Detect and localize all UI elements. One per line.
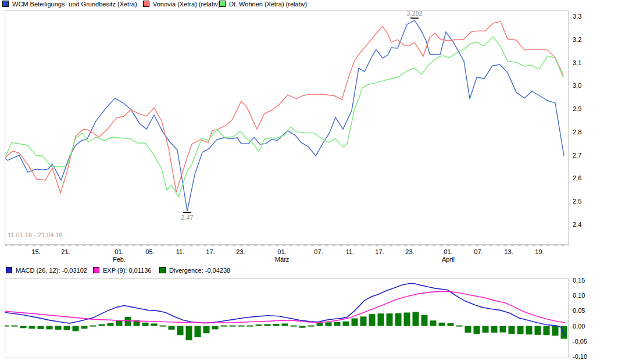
divergence-bar: [282, 323, 288, 326]
macd-legend-label: MACD (26, 12): -0,03102: [16, 267, 87, 274]
x-tick-label: 21.: [61, 248, 70, 256]
divergence-bar: [491, 326, 498, 333]
divergence-bar: [47, 326, 53, 330]
price-y-tick-label: 3,3: [573, 13, 581, 20]
divergence-bar: [421, 315, 428, 326]
macd-y-tick-label: 0,10: [573, 292, 585, 299]
price-legend-swatch-icon: [219, 1, 226, 7]
divergence-bar: [334, 322, 341, 326]
divergence-bar: [317, 323, 323, 326]
macd-legend: MACD (26, 12): -0,03102EXP (9): 0,01136D…: [0, 266, 618, 276]
divergence-bar: [526, 326, 533, 335]
macd-y-tick-label: 0,00: [573, 323, 585, 330]
x-tick-label: 01.März: [275, 248, 289, 263]
macd-y-tick-label: 0,15: [573, 277, 585, 284]
price-y-tick-label: 2,8: [573, 129, 581, 135]
x-tick-label: 19.: [535, 248, 544, 256]
divergence-bar: [439, 323, 445, 326]
divergence-bar: [99, 324, 105, 326]
price-y-tick-label: 3,1: [573, 59, 581, 66]
divergence-bar: [404, 313, 410, 326]
divergence-bar: [265, 324, 271, 326]
price-chart-legend: WCM Beteiligungs- und Grundbesitz (Xetra…: [0, 0, 618, 9]
divergence-bar: [5, 326, 9, 327]
x-tick-month-label: März: [275, 256, 289, 263]
divergence-bar: [291, 326, 297, 327]
divergence-bar: [247, 326, 253, 327]
divergence-bar: [465, 326, 471, 333]
x-tick-label: 13.: [504, 248, 513, 256]
price-y-tick-label: 2,6: [573, 174, 581, 181]
divergence-bar: [20, 326, 27, 329]
divergence-bar: [387, 313, 393, 326]
price-y-tick-label: 2,9: [573, 105, 581, 112]
divergence-bar: [326, 322, 332, 326]
macd-legend-label: Divergence: -0,04238: [169, 267, 230, 274]
x-axis-tick-row: [5, 245, 569, 246]
divergence-bar: [535, 326, 541, 335]
divergence-bar: [343, 322, 349, 326]
price-y-tick-label: 3,0: [573, 82, 581, 89]
divergence-bar: [430, 320, 437, 326]
x-tick-label: 23.: [405, 248, 414, 256]
macd-chart-panel[interactable]: [5, 278, 569, 358]
divergence-bar: [360, 316, 367, 326]
divergence-bar: [116, 320, 123, 326]
price-y-tick-label: 2,7: [573, 152, 581, 159]
divergence-bar: [81, 326, 88, 329]
price-legend-item: Vonovia (Xetra) (relativ): [143, 1, 220, 8]
divergence-bar: [474, 326, 480, 334]
x-tick-label: 07.: [314, 248, 323, 256]
macd-legend-swatch-icon: [159, 267, 166, 273]
x-tick-label: 05.: [145, 248, 154, 256]
divergence-bar: [256, 324, 262, 326]
divergence-bar: [12, 326, 18, 327]
x-tick-label: 07.: [474, 248, 483, 256]
macd-legend-label: EXP (9): 0,01136: [103, 267, 151, 274]
divergence-bar: [177, 326, 184, 336]
divergence-bar: [38, 326, 44, 329]
price-chart-plot: 3,2822,47: [5, 11, 568, 244]
divergence-bar: [221, 326, 227, 327]
divergence-bar: [186, 326, 192, 341]
x-tick-label: 23.: [236, 248, 245, 256]
divergence-bar: [456, 326, 463, 327]
divergence-bar: [212, 326, 219, 330]
stock-chart-widget: WCM Beteiligungs- und Grundbesitz (Xetra…: [0, 0, 618, 364]
price-series-line: [5, 37, 563, 197]
divergence-bar: [413, 312, 419, 326]
macd-legend-item: MACD (26, 12): -0,03102: [6, 267, 87, 274]
divergence-bar: [108, 323, 114, 326]
divergence-bar: [169, 326, 175, 330]
price-legend-swatch-icon: [143, 1, 149, 7]
divergence-bar: [517, 326, 524, 334]
divergence-bar: [203, 326, 210, 334]
x-tick-label: 15.: [31, 248, 40, 256]
divergence-bar: [64, 326, 70, 330]
price-y-tick-label: 3,2: [573, 36, 581, 43]
x-tick-month-label: April: [442, 256, 455, 263]
price-legend-label: Vonovia (Xetra) (relativ): [153, 1, 220, 8]
price-legend-swatch-icon: [2, 1, 9, 7]
price-legend-label: Dt. Wohnen (Xetra) (relativ): [229, 1, 307, 8]
price-series-line: [5, 20, 564, 211]
x-tick-label: 17.: [206, 248, 215, 256]
price-chart-panel[interactable]: 3,2822,47 11.01.16 - 21.04.16: [5, 10, 569, 245]
x-tick-label: 11.: [176, 248, 184, 256]
price-y-tick-label: 2,4: [573, 221, 581, 228]
divergence-bar: [29, 326, 35, 329]
divergence-bar: [378, 313, 384, 326]
divergence-bar: [90, 326, 97, 327]
price-legend-item: WCM Beteiligungs- und Grundbesitz (Xetra…: [2, 1, 137, 8]
macd-chart-plot: [5, 279, 568, 358]
divergence-bar: [160, 326, 166, 327]
divergence-bar: [395, 313, 402, 326]
divergence-bar: [308, 326, 315, 327]
divergence-bar: [500, 326, 506, 333]
divergence-bar: [544, 326, 550, 336]
price-legend-label: WCM Beteiligungs- und Grundbesitz (Xetra…: [12, 1, 137, 8]
divergence-bar: [483, 326, 489, 333]
divergence-bar: [299, 326, 306, 328]
x-tick-month-label: Feb.: [113, 256, 126, 263]
divergence-bar: [125, 317, 131, 326]
